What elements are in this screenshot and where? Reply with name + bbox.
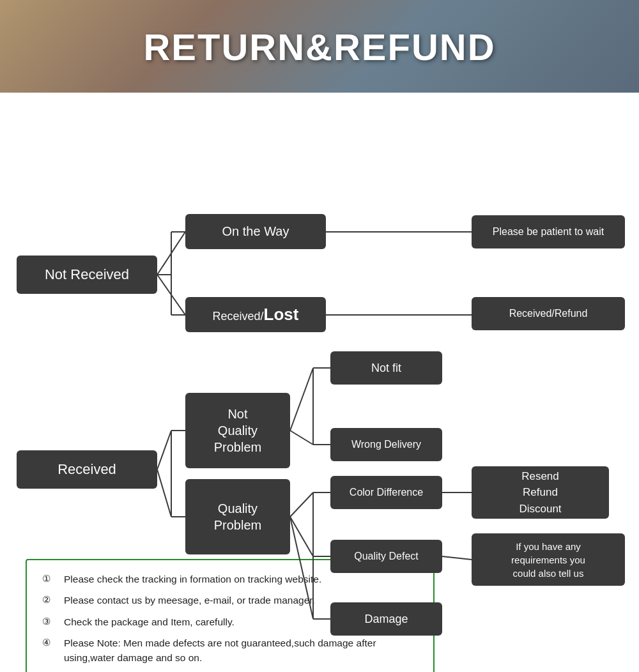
node-color-difference: Color Difference — [330, 476, 442, 509]
page-header: RETURN&REFUND — [0, 0, 639, 93]
node-received: Received — [17, 450, 157, 489]
node-received-lost: Received/Lost — [185, 297, 326, 332]
node-received-refund: Received/Refund — [472, 297, 625, 330]
note-num-2: ② — [42, 593, 60, 607]
node-quality-problem: Quality Problem — [185, 479, 290, 554]
svg-line-0 — [157, 232, 185, 275]
main-content: Not Received On the Way Received/Lost Pl… — [0, 93, 639, 672]
node-requirements: If you have any requirements you could a… — [472, 533, 625, 586]
svg-line-14 — [290, 431, 313, 445]
node-resend-refund: Resend Refund Discount — [472, 466, 609, 519]
note-item-4: ④ Please Note: Men made defects are not … — [42, 636, 418, 666]
flowchart: Not Received On the Way Received/Lost Pl… — [13, 112, 626, 546]
note-num-1: ① — [42, 572, 60, 586]
svg-line-9 — [157, 470, 171, 517]
svg-line-19 — [290, 517, 313, 556]
svg-line-8 — [157, 431, 171, 470]
node-not-fit: Not fit — [330, 351, 442, 385]
node-on-the-way: On the Way — [185, 214, 326, 249]
svg-line-26 — [442, 556, 472, 560]
node-not-received: Not Received — [17, 256, 157, 294]
note-item-1: ① Please check the tracking in formation… — [42, 572, 418, 586]
note-num-4: ④ — [42, 636, 60, 650]
lost-text: Lost — [264, 305, 299, 324]
svg-line-1 — [157, 275, 185, 315]
page-title: RETURN&REFUND — [143, 25, 495, 68]
node-damage: Damage — [330, 602, 442, 636]
node-not-quality-problem: Not Quality Problem — [185, 393, 290, 468]
node-wrong-delivery: Wrong Delivery — [330, 428, 442, 461]
svg-line-18 — [290, 493, 313, 517]
svg-line-13 — [290, 368, 313, 431]
note-num-3: ③ — [42, 615, 60, 629]
note-text-4: Please Note: Men made defects are not gu… — [64, 636, 418, 666]
node-quality-defect: Quality Defect — [330, 540, 442, 573]
node-patient-wait: Please be patient to wait — [472, 215, 625, 248]
note-text-1: Please check the tracking in formation o… — [64, 572, 418, 586]
